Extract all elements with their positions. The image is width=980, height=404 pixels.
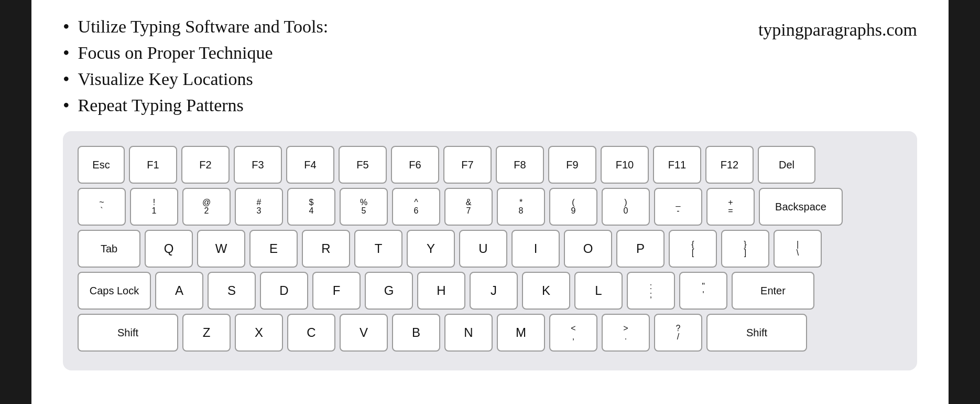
key-l[interactable]: L xyxy=(574,272,623,310)
key-f[interactable]: F xyxy=(312,272,361,310)
key-f3[interactable]: F3 xyxy=(234,146,282,184)
key-q[interactable]: Q xyxy=(145,230,193,268)
key-r[interactable]: R xyxy=(302,230,350,268)
key-h[interactable]: H xyxy=(417,272,465,310)
key-c[interactable]: C xyxy=(287,314,335,352)
key-1[interactable]: !1 xyxy=(130,188,178,226)
website-url: typingparagraphs.com xyxy=(758,20,917,40)
bullet-item: Visualize Key Locations xyxy=(63,68,328,90)
keyboard-row-zxcv: ShiftZXCVBNM<,>.?/Shift xyxy=(78,314,902,352)
key-8[interactable]: *8 xyxy=(497,188,545,226)
key-9[interactable]: (9 xyxy=(549,188,597,226)
key-e[interactable]: E xyxy=(249,230,298,268)
key-u[interactable]: U xyxy=(459,230,507,268)
key-2[interactable]: @2 xyxy=(182,188,231,226)
key-p[interactable]: P xyxy=(616,230,665,268)
key-k[interactable]: K xyxy=(522,272,570,310)
key-f11[interactable]: F11 xyxy=(653,146,701,184)
key-del[interactable]: Del xyxy=(758,146,815,184)
key-0[interactable]: )0 xyxy=(602,188,650,226)
key-z[interactable]: Z xyxy=(182,314,231,352)
key-x[interactable]: X xyxy=(235,314,283,352)
key-backspace[interactable]: Backspace xyxy=(759,188,843,226)
key-5[interactable]: %5 xyxy=(340,188,388,226)
bullet-list: Utilize Typing Software and Tools:Focus … xyxy=(63,16,328,121)
key-f9[interactable]: F9 xyxy=(548,146,596,184)
keyboard-row-qwerty: TabQWERTYUIOP{[}]|\ xyxy=(78,230,902,268)
key-f4[interactable]: F4 xyxy=(286,146,334,184)
key-/[interactable]: ?/ xyxy=(654,314,702,352)
key-3[interactable]: #3 xyxy=(235,188,283,226)
key-;[interactable]: :; xyxy=(627,272,675,310)
key-v[interactable]: V xyxy=(340,314,388,352)
keyboard-row-number: ~`!1@2#3$4%5^6&7*8(9)0_-+=Backspace xyxy=(78,188,902,226)
keyboard-row-function: EscF1F2F3F4F5F6F7F8F9F10F11F12Del xyxy=(78,146,902,184)
key-f6[interactable]: F6 xyxy=(391,146,439,184)
key-shift[interactable]: Shift xyxy=(706,314,807,352)
key-'[interactable]: "' xyxy=(679,272,727,310)
key-f5[interactable]: F5 xyxy=(339,146,387,184)
content-area: Utilize Typing Software and Tools:Focus … xyxy=(31,0,949,404)
key-y[interactable]: Y xyxy=(407,230,455,268)
key-.[interactable]: >. xyxy=(602,314,650,352)
key-w[interactable]: W xyxy=(197,230,245,268)
bullet-item: Utilize Typing Software and Tools: xyxy=(63,16,328,38)
key-t[interactable]: T xyxy=(354,230,402,268)
key-4[interactable]: $4 xyxy=(287,188,335,226)
key-[[interactable]: {[ xyxy=(669,230,717,268)
key-7[interactable]: &7 xyxy=(444,188,493,226)
keyboard-row-asdf: Caps LockASDFGHJKL:;"'Enter xyxy=(78,272,902,310)
key-enter[interactable]: Enter xyxy=(732,272,814,310)
key-n[interactable]: N xyxy=(444,314,493,352)
key-esc[interactable]: Esc xyxy=(78,146,125,184)
keyboard-container: EscF1F2F3F4F5F6F7F8F9F10F11F12Del ~`!1@2… xyxy=(63,131,917,370)
key-s[interactable]: S xyxy=(208,272,256,310)
key-shift[interactable]: Shift xyxy=(78,314,178,352)
key-i[interactable]: I xyxy=(511,230,560,268)
key-][interactable]: }] xyxy=(721,230,769,268)
key-f7[interactable]: F7 xyxy=(443,146,492,184)
key-caps-lock[interactable]: Caps Lock xyxy=(78,272,151,310)
key-tab[interactable]: Tab xyxy=(78,230,140,268)
bullet-item: Focus on Proper Technique xyxy=(63,42,328,64)
key-`[interactable]: ~` xyxy=(78,188,126,226)
key-f2[interactable]: F2 xyxy=(181,146,230,184)
left-bar xyxy=(0,0,31,404)
key-=[interactable]: += xyxy=(706,188,755,226)
key-d[interactable]: D xyxy=(260,272,308,310)
top-section: Utilize Typing Software and Tools:Focus … xyxy=(63,16,917,121)
key-f12[interactable]: F12 xyxy=(705,146,754,184)
key-b[interactable]: B xyxy=(392,314,440,352)
key-\[interactable]: |\ xyxy=(774,230,822,268)
key-j[interactable]: J xyxy=(470,272,518,310)
key-6[interactable]: ^6 xyxy=(392,188,440,226)
bullet-item: Repeat Typing Patterns xyxy=(63,94,328,116)
key-g[interactable]: G xyxy=(365,272,413,310)
key-f10[interactable]: F10 xyxy=(601,146,649,184)
key-m[interactable]: M xyxy=(497,314,545,352)
key-o[interactable]: O xyxy=(564,230,612,268)
key--[interactable]: _- xyxy=(654,188,702,226)
key-,[interactable]: <, xyxy=(549,314,597,352)
key-f1[interactable]: F1 xyxy=(129,146,177,184)
key-a[interactable]: A xyxy=(155,272,203,310)
right-bar xyxy=(949,0,980,404)
key-f8[interactable]: F8 xyxy=(496,146,544,184)
